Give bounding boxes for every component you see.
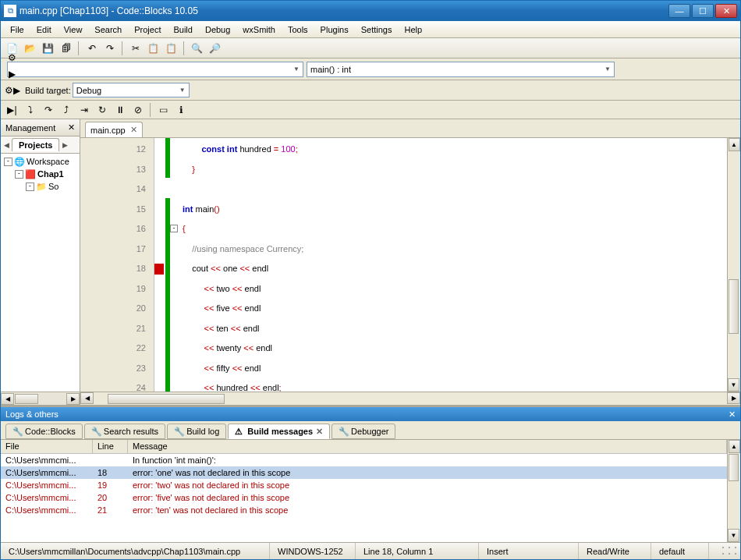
debug-button[interactable]: ⤵ <box>22 101 38 118</box>
error-marker <box>154 264 164 275</box>
window-title: main.cpp [Chap1103] - Code::Blocks 10.05 <box>20 5 668 16</box>
tab-icon: 🔧 <box>12 427 22 436</box>
maximize-button[interactable]: ☐ <box>692 4 714 18</box>
logs-title[interactable]: Logs & others ✕ <box>1 407 740 421</box>
status-path: C:\Users\mmcmillan\Documents\advcpp\Chap… <box>1 543 270 559</box>
log-tab-search-results[interactable]: 🔧Search results <box>84 424 165 439</box>
build-button[interactable]: ⚙▶ <box>4 82 20 98</box>
status-position: Line 18, Column 1 <box>356 543 479 559</box>
log-header: File Line Message <box>1 440 727 454</box>
nav-function-combo[interactable]: main() : int▼ <box>307 62 615 77</box>
debug-button[interactable]: ▶| <box>4 101 20 118</box>
editor-tabs: main.cpp ✕ <box>80 119 740 138</box>
menu-plugins[interactable]: Plugins <box>314 23 355 36</box>
toolbar-button[interactable]: 🔎 <box>207 40 223 56</box>
tab-scroll-left[interactable]: ◀ <box>1 137 12 153</box>
tree-item[interactable]: -📁So <box>2 180 78 193</box>
log-row[interactable]: C:\Users\mmcmi...18error: 'one' was not … <box>1 466 727 479</box>
log-vscroll[interactable]: ▲ ▼ <box>727 440 740 542</box>
log-row[interactable]: C:\Users\mmcmi...20error: 'five' was not… <box>1 491 727 504</box>
toolbar-button[interactable]: 📋 <box>145 40 161 56</box>
tab-icon: 🔧 <box>174 427 183 436</box>
resize-grip[interactable] <box>709 543 740 560</box>
build-target-combo[interactable]: Debug▼ <box>73 83 190 97</box>
management-panel: Management ✕ ◀ Projects ▶ -🌐Workspace-🟥C… <box>1 119 80 405</box>
editor-hscroll[interactable]: ◀ ▶ <box>80 392 740 405</box>
debug-button[interactable]: ⇥ <box>76 101 92 118</box>
tab-icon: 🔧 <box>91 427 101 436</box>
fold-column[interactable]: - <box>170 138 179 392</box>
log-tab-build-messages[interactable]: ⚠Build messages✕ <box>228 424 330 439</box>
menu-file[interactable]: File <box>4 23 30 36</box>
debug-button[interactable]: ↻ <box>94 101 110 118</box>
debug-button[interactable]: ⊘ <box>129 101 146 118</box>
sidebar-hscroll[interactable]: ◀▶ <box>1 392 80 405</box>
titlebar[interactable]: ⧉ main.cpp [Chap1103] - Code::Blocks 10.… <box>1 1 740 21</box>
close-button[interactable]: ✕ <box>715 4 737 18</box>
status-encoding: WINDOWS-1252 <box>270 543 356 559</box>
menu-edit[interactable]: Edit <box>30 23 58 36</box>
menu-wxsmith[interactable]: wxSmith <box>236 23 282 36</box>
marker-column <box>154 138 165 392</box>
log-row[interactable]: C:\Users\mmcmi...19error: 'two' was not … <box>1 479 727 491</box>
build-target-label: Build target: <box>25 86 71 95</box>
menubar: FileEditViewSearchProjectBuildDebugwxSmi… <box>1 21 740 38</box>
logs-panel: Logs & others ✕ 🔧Code::Blocks🔧Search res… <box>1 405 740 542</box>
tab-scroll-right[interactable]: ▶ <box>59 137 70 153</box>
tab-icon: ⚠ <box>235 427 244 436</box>
tree-item[interactable]: -🌐Workspace <box>2 155 78 168</box>
status-readwrite: Read/Write <box>579 543 651 559</box>
log-row[interactable]: C:\Users\mmcmi...In function 'int main()… <box>1 454 727 466</box>
tab-close-icon[interactable]: ✕ <box>316 427 323 437</box>
toolbar-button[interactable]: 📂 <box>22 40 38 56</box>
log-tab-debugger[interactable]: 🔧Debugger <box>332 424 395 439</box>
log-row[interactable]: C:\Users\mmcmi...21error: 'ten' was not … <box>1 504 727 516</box>
editor-tab-main[interactable]: main.cpp ✕ <box>85 122 143 137</box>
menu-search[interactable]: Search <box>88 23 128 36</box>
toolbar-nav: ▼ main() : int▼ <box>1 58 740 80</box>
code-editor[interactable]: 12131415161718192021222324 - const int h… <box>80 138 740 392</box>
toolbar-button[interactable]: 🔍 <box>189 40 205 56</box>
menu-debug[interactable]: Debug <box>199 23 236 36</box>
debug-button[interactable]: ℹ <box>173 101 190 118</box>
debug-button[interactable]: ⏸ <box>112 101 128 118</box>
tab-close-icon[interactable]: ✕ <box>130 125 137 135</box>
log-tab-code-blocks[interactable]: 🔧Code::Blocks <box>5 424 83 439</box>
toolbar-button[interactable]: ↷ <box>101 40 118 56</box>
build-button[interactable]: ▶ <box>4 66 20 82</box>
management-close-icon[interactable]: ✕ <box>68 122 75 133</box>
project-tree[interactable]: -🌐Workspace-🟥Chap1-📁So <box>1 154 80 392</box>
tree-item[interactable]: -🟥Chap1 <box>2 168 78 180</box>
fold-toggle[interactable]: - <box>170 225 178 232</box>
build-button[interactable]: ⚙ <box>4 49 20 66</box>
toolbar-main: 📄📂💾🗐↶↷✂📋📋🔍🔎 <box>1 38 740 58</box>
nav-scope-combo[interactable]: ▼ <box>7 62 303 77</box>
build-messages-table[interactable]: File Line Message C:\Users\mmcmi...In fu… <box>1 440 727 542</box>
status-default: default <box>651 543 709 559</box>
toolbar-button[interactable]: 🗐 <box>58 40 74 56</box>
debug-button[interactable]: ↷ <box>40 101 56 118</box>
status-insert: Insert <box>479 543 579 559</box>
code-area[interactable]: const int hundred = 100; }int main(){ //… <box>179 138 727 392</box>
editor-vscroll[interactable]: ▲ ▼ <box>727 138 740 392</box>
menu-project[interactable]: Project <box>128 23 167 36</box>
toolbar-button[interactable]: 💾 <box>40 40 56 56</box>
log-tab-build-log[interactable]: 🔧Build log <box>167 424 226 439</box>
management-title: Management ✕ <box>1 119 80 136</box>
debug-button[interactable]: ▭ <box>155 101 172 118</box>
toolbar-build: ⚙▶⚙▶⟳■ Build target: Debug▼ <box>1 80 740 101</box>
tab-projects[interactable]: Projects <box>12 138 59 151</box>
menu-view[interactable]: View <box>58 23 89 36</box>
menu-build[interactable]: Build <box>167 23 198 36</box>
toolbar-button[interactable]: ↶ <box>83 40 100 56</box>
log-tabs: 🔧Code::Blocks🔧Search results🔧Build log⚠B… <box>1 421 740 440</box>
menu-tools[interactable]: Tools <box>282 23 314 36</box>
debug-button[interactable]: ⤴ <box>58 101 74 118</box>
toolbar-button[interactable]: 📋 <box>163 40 179 56</box>
menu-settings[interactable]: Settings <box>355 23 399 36</box>
minimize-button[interactable]: — <box>668 4 690 18</box>
toolbar-button[interactable]: ✂ <box>127 40 144 56</box>
logs-close-icon[interactable]: ✕ <box>729 409 736 420</box>
toolbar-debug: ▶|⤵↷⤴⇥↻⏸⊘▭ℹ <box>1 101 740 119</box>
menu-help[interactable]: Help <box>398 23 428 36</box>
